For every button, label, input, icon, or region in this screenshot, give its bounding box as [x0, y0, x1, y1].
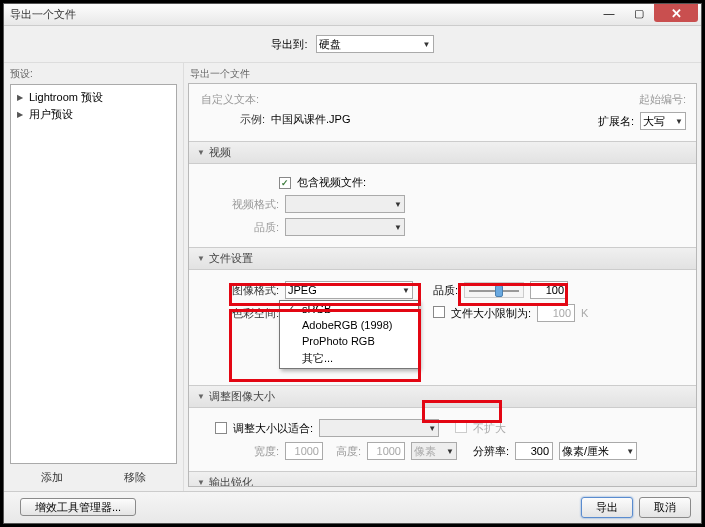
image-format-label: 图像格式: [199, 283, 279, 298]
export-button[interactable]: 导出 [581, 497, 633, 518]
example-label: 示例: [229, 112, 265, 127]
width-label: 宽度: [199, 444, 279, 459]
export-to-label: 导出到: [271, 37, 307, 52]
dropdown-option-prophoto[interactable]: ProPhoto RGB [280, 333, 418, 349]
section-header-file-settings[interactable]: ▼文件设置 [189, 247, 696, 270]
presets-label: 预设: [10, 67, 177, 81]
triangle-right-icon: ▶ [17, 110, 25, 119]
dropdown-option-adobergb[interactable]: AdobeRGB (1998) [280, 317, 418, 333]
resize-checkbox[interactable] [215, 422, 227, 434]
limit-size-label: 文件大小限制为: [451, 306, 531, 321]
maximize-button[interactable]: ▢ [624, 4, 654, 22]
color-space-dropdown[interactable]: sRGB AdobeRGB (1998) ProPhoto RGB 其它... [279, 300, 419, 369]
resolution-input[interactable] [515, 442, 553, 460]
video-format-label: 视频格式: [199, 197, 279, 212]
main-label: 导出一个文件 [184, 63, 701, 83]
chevron-down-icon: ▼ [428, 424, 436, 433]
dropdown-option-srgb[interactable]: sRGB [280, 301, 418, 317]
quality-label: 品质: [433, 283, 458, 298]
video-format-select: ▼ [285, 195, 405, 213]
example-value: 中国风课件.JPG [271, 112, 350, 127]
quality-input[interactable] [530, 281, 568, 299]
titlebar: 导出一个文件 — ▢ ✕ [4, 4, 701, 26]
triangle-down-icon: ▼ [197, 148, 205, 157]
chevron-down-icon: ▼ [446, 447, 454, 456]
height-input [367, 442, 405, 460]
settings-scroll[interactable]: 自定义文本: 示例:中国风课件.JPG 起始编号: 扩展名: 大写▼ ▼视频 包… [188, 83, 697, 487]
chevron-down-icon: ▼ [675, 117, 683, 126]
quality-slider[interactable] [464, 282, 524, 298]
limit-size-unit: K [581, 307, 588, 319]
height-label: 高度: [329, 444, 361, 459]
add-preset-button[interactable]: 添加 [41, 470, 63, 485]
dropdown-option-other[interactable]: 其它... [280, 349, 418, 368]
chevron-down-icon: ▼ [402, 286, 410, 295]
minimize-button[interactable]: — [594, 4, 624, 22]
remove-preset-button[interactable]: 移除 [124, 470, 146, 485]
plugin-manager-button[interactable]: 增效工具管理器... [20, 498, 136, 516]
chevron-down-icon: ▼ [423, 40, 431, 49]
resize-label: 调整大小以适合: [233, 421, 313, 436]
export-to-select[interactable]: 硬盘▼ [316, 35, 434, 53]
cancel-button[interactable]: 取消 [639, 497, 691, 518]
image-format-select[interactable]: JPEG▼ [285, 281, 413, 299]
include-video-checkbox[interactable] [279, 177, 291, 189]
chevron-down-icon: ▼ [394, 200, 402, 209]
color-space-label: 色彩空间: [199, 306, 279, 321]
size-unit-select: 像素▼ [411, 442, 457, 460]
resolution-label: 分辨率: [473, 444, 509, 459]
section-header-video[interactable]: ▼视频 [189, 141, 696, 164]
include-video-label: 包含视频文件: [297, 175, 366, 190]
triangle-down-icon: ▼ [197, 478, 205, 487]
video-quality-label: 品质: [199, 220, 279, 235]
resolution-unit-select[interactable]: 像素/厘米▼ [559, 442, 637, 460]
preset-item-user[interactable]: ▶用户预设 [15, 106, 172, 123]
close-button[interactable]: ✕ [654, 4, 698, 22]
section-header-output-sharpening[interactable]: ▼输出锐化 [189, 471, 696, 487]
chevron-down-icon: ▼ [394, 223, 402, 232]
limit-size-checkbox[interactable] [433, 306, 445, 318]
triangle-right-icon: ▶ [17, 93, 25, 102]
section-header-image-sizing[interactable]: ▼调整图像大小 [189, 385, 696, 408]
no-enlarge-checkbox [455, 421, 467, 433]
chevron-down-icon: ▼ [626, 447, 634, 456]
start-number-label: 起始编号: [639, 92, 686, 107]
preset-list: ▶Lightroom 预设 ▶用户预设 [10, 84, 177, 464]
preset-item-lightroom[interactable]: ▶Lightroom 预设 [15, 89, 172, 106]
video-quality-select: ▼ [285, 218, 405, 236]
limit-size-input [537, 304, 575, 322]
extension-case-select[interactable]: 大写▼ [640, 112, 686, 130]
window-title: 导出一个文件 [10, 7, 76, 22]
resize-fit-select: ▼ [319, 419, 439, 437]
width-input [285, 442, 323, 460]
custom-text-label: 自定义文本: [199, 92, 259, 107]
ext-label: 扩展名: [598, 114, 634, 129]
triangle-down-icon: ▼ [197, 254, 205, 263]
triangle-down-icon: ▼ [197, 392, 205, 401]
no-enlarge-label: 不扩大 [473, 421, 506, 436]
